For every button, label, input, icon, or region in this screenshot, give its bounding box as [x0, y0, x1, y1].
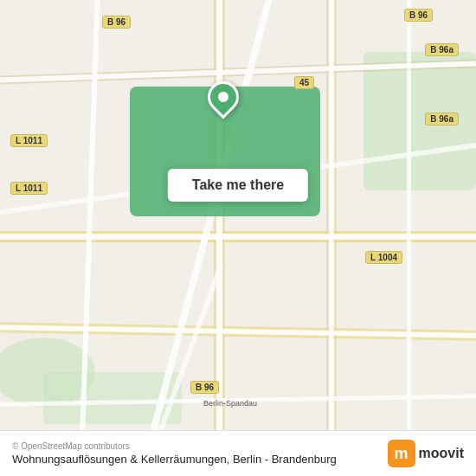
pin-head — [202, 75, 246, 119]
park-area-right — [363, 52, 476, 190]
location-pin — [208, 81, 239, 113]
bottom-bar-info: © OpenStreetMap contributors Wohnungsauf… — [12, 441, 337, 466]
road-h2 — [0, 234, 476, 240]
road-v4 — [407, 0, 411, 476]
road-label-l1011-1: L 1011 — [10, 134, 48, 147]
moovit-text: moovit — [419, 446, 464, 461]
road-label-b96a-right2: B 96a — [425, 113, 459, 125]
road-v3 — [329, 0, 334, 476]
location-name: Wohnungsauflösungen & Kellerräumungen, B… — [12, 453, 337, 466]
take-me-there-button[interactable]: Take me there — [168, 169, 308, 202]
road-label-b96-top-right: B 96 — [404, 9, 433, 22]
road-label-b96a-right1: B 96a — [425, 43, 459, 56]
map-container: B 96 B 96 B 96a B 96a L 1011 L 1011 45 L… — [0, 0, 476, 476]
bottom-bar: © OpenStreetMap contributors Wohnungsauf… — [0, 430, 476, 476]
road-label-l1004: L 1004 — [365, 251, 402, 264]
moovit-icon: m — [388, 440, 415, 467]
road-label-b96-top-left: B 96 — [102, 16, 131, 29]
moovit-logo: m moovit — [388, 440, 464, 467]
attribution-text: © OpenStreetMap contributors — [12, 441, 337, 451]
road-label-berlin-spandau: Berlin-Spandau — [199, 398, 261, 408]
road-label-45: 45 — [294, 76, 314, 89]
road-label-l1011-2: L 1011 — [10, 182, 48, 195]
pin-dot — [218, 92, 228, 102]
road-label-b96-bottom: B 96 — [190, 381, 219, 394]
